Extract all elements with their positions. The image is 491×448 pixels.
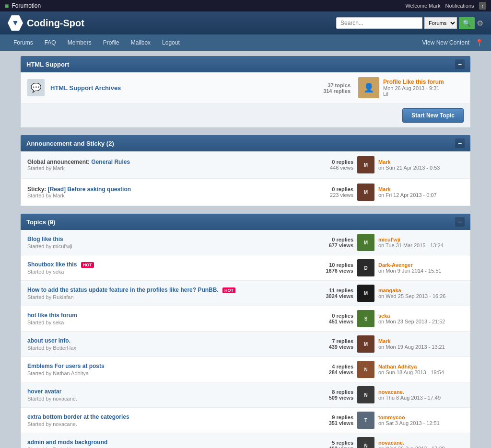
topic-replies-userinfo: 7 replies: [310, 338, 353, 344]
topic-title-hot[interactable]: hot like this forum: [27, 312, 77, 319]
topic-last-date-emblems: on Sun 18 Aug 2013 - 19:54: [378, 369, 444, 375]
nav-item-profile[interactable]: Profile: [97, 34, 125, 51]
announce-last-user-rules[interactable]: Mark: [378, 159, 440, 165]
nav-item-logout[interactable]: Logout: [156, 34, 186, 51]
upload-icon[interactable]: ↑: [479, 2, 487, 10]
topic-views-hover-avatar: 509 views: [310, 395, 353, 401]
logo[interactable]: ▼ Coding-Spot: [8, 15, 84, 31]
nav-right: View New Content 📍: [422, 39, 484, 46]
announce-last-date-sticky: on Fri 12 Apr 2013 - 0:07: [378, 192, 437, 198]
topic-views-userinfo: 439 views: [310, 344, 353, 350]
topic-stats-blog: 0 replies 677 views: [310, 237, 353, 248]
topics-section: Topics (9) − Blog like this Started by m…: [20, 213, 471, 448]
topic-last-info-admin-bg: novacane. on Wed 26 Jun 2013 - 17:28: [378, 440, 445, 448]
nav-item-faq[interactable]: FAQ: [39, 34, 62, 51]
notifications-link[interactable]: Notifications: [445, 3, 474, 9]
search-area: Forums 🔍 ⚙: [336, 17, 483, 29]
topic-replies-status: 11 replies: [310, 287, 353, 293]
nav-item-forums[interactable]: Forums: [8, 34, 39, 51]
topic-replies-admin-bg: 5 replies: [310, 440, 353, 446]
topic-avatar-admin-bg: N: [357, 437, 374, 448]
topic-last-user-status[interactable]: mangaka: [378, 287, 445, 293]
topic-row-border: extra bottom border at the categories St…: [21, 408, 470, 433]
view-new-content-link[interactable]: View New Content: [422, 39, 470, 46]
forum-archives-info: HTML Support Archives: [50, 84, 303, 92]
topics-collapse-btn[interactable]: −: [455, 217, 465, 227]
settings-icon[interactable]: ⚙: [477, 19, 483, 28]
topic-last-shoutbox: D Dark-Avenger on Mon 9 Jun 2014 - 15:51: [353, 259, 464, 276]
topic-title-shoutbox[interactable]: Shoutbox like this: [27, 261, 77, 268]
announce-views-sticky: 223 views: [330, 192, 353, 198]
topic-last-user-hover-avatar[interactable]: novacane.: [378, 389, 441, 395]
topic-by-status: Started by Rukiafan: [27, 294, 310, 300]
search-button[interactable]: 🔍: [459, 17, 475, 29]
announce-last-rules: M Mark on Sun 21 Apr 2013 - 0:53: [353, 156, 464, 173]
topic-title-status[interactable]: How to add the status update feature in …: [27, 287, 219, 293]
nav-item-members[interactable]: Members: [62, 34, 97, 51]
topic-last-info-blog: micul'wji on Tue 31 Mar 2015 - 13:24: [378, 237, 444, 248]
topic-last-user-admin-bg[interactable]: novacane.: [378, 440, 445, 446]
topic-main-userinfo: about user info. Started by BetterHax: [27, 337, 310, 351]
topic-title-blog[interactable]: Blog like this: [27, 236, 63, 242]
topic-stats-status: 11 replies 3024 views: [310, 287, 353, 299]
announce-stats-sticky: 0 replies 223 views: [310, 186, 353, 198]
announce-last-date-rules: on Sun 21 Apr 2013 - 0:53: [378, 165, 440, 171]
topic-last-user-border[interactable]: tommycoo: [378, 414, 440, 420]
announce-title-sticky[interactable]: [Read] Before asking question: [48, 186, 131, 193]
topic-stats-shoutbox: 10 replies 1676 views: [310, 262, 353, 274]
announcements-title: Announcement and Sticky (2): [26, 140, 114, 147]
announce-label-rules: Global announcement: General Rules: [27, 159, 310, 165]
announce-replies-rules: 0 replies: [310, 159, 353, 165]
logo-text: Coding-Spot: [27, 18, 84, 29]
topic-last-user-emblems[interactable]: Nathan Adhitya: [378, 364, 444, 369]
announce-title-rules[interactable]: General Rules: [91, 159, 130, 165]
header: ▼ Coding-Spot Forums 🔍 ⚙: [0, 11, 491, 34]
start-new-topic-button-1[interactable]: Start New Topic: [402, 108, 464, 123]
topic-row-admin-bg: admin and mods background Started by Bet…: [21, 433, 470, 448]
html-support-btn-area: Start New Topic: [21, 103, 470, 127]
search-scope-select[interactable]: Forums: [424, 17, 457, 29]
topic-last-info-border: tommycoo on Sat 3 Aug 2013 - 12:51: [378, 414, 440, 426]
topic-last-user-userinfo[interactable]: Mark: [378, 338, 445, 344]
topic-title-hover-avatar[interactable]: hover avatar: [27, 388, 61, 395]
top-bar: ■ Forumotion Welcome Mark Notifications …: [0, 0, 491, 11]
announcements-collapse-btn[interactable]: −: [455, 138, 465, 148]
welcome-text: Welcome Mark: [405, 3, 440, 9]
topic-last-info-hover-avatar: novacane. on Thu 8 Aug 2013 - 17:49: [378, 389, 441, 401]
announcements-section: Announcement and Sticky (2) − Global ann…: [20, 135, 471, 207]
topic-last-user-blog[interactable]: micul'wji: [378, 237, 444, 242]
forum-archives-title[interactable]: HTML Support Archives: [50, 84, 121, 92]
topic-title-admin-bg[interactable]: admin and mods background: [27, 439, 107, 446]
forum-archives-last-user[interactable]: Profile Like this forum: [383, 79, 444, 85]
topic-last-user-shoutbox[interactable]: Dark-Avenger: [378, 262, 441, 268]
topic-last-date-userinfo: on Mon 19 Aug 2013 - 13:21: [378, 344, 445, 350]
html-support-collapse-btn[interactable]: −: [455, 59, 465, 69]
announce-avatar-rules: M: [357, 156, 374, 173]
topic-last-user-hot[interactable]: seka: [378, 313, 445, 319]
topic-last-date-status: on Wed 25 Sep 2013 - 16:26: [378, 293, 445, 299]
topic-last-hover-avatar: N novacane. on Thu 8 Aug 2013 - 17:49: [353, 386, 464, 403]
topic-last-info-status: mangaka on Wed 25 Sep 2013 - 16:26: [378, 287, 445, 299]
topic-title-emblems[interactable]: Emblems For users at posts: [27, 363, 105, 369]
topic-stats-emblems: 4 replies 284 views: [310, 364, 353, 375]
nav-item-mailbox[interactable]: Mailbox: [125, 34, 156, 51]
forumotion-logo-icon: ■: [5, 2, 9, 10]
topic-avatar-hover-avatar: N: [357, 386, 374, 403]
topic-last-emblems: N Nathan Adhitya on Sun 18 Aug 2013 - 19…: [353, 361, 464, 378]
html-support-header: HTML Support −: [21, 56, 470, 72]
announce-label-sticky: Sticky: [Read] Before asking question: [27, 186, 310, 193]
forum-archives-stats: 37 topics 314 replies: [303, 82, 351, 94]
hot-badge-status: HOT: [222, 287, 235, 293]
topic-main-blog: Blog like this Started by micul'wji: [27, 236, 310, 249]
announce-row-sticky: Sticky: [Read] Before asking question St…: [21, 179, 470, 206]
topic-main-emblems: Emblems For users at posts Started by Na…: [27, 363, 310, 376]
announce-last-info-rules: Mark on Sun 21 Apr 2013 - 0:53: [378, 159, 440, 171]
topic-last-status: M mangaka on Wed 25 Sep 2013 - 16:26: [353, 285, 464, 302]
topic-title-border[interactable]: extra bottom border at the categories: [27, 414, 129, 420]
topic-main-hot: hot like this forum Started by seka: [27, 312, 310, 325]
topic-views-border: 351 views: [310, 420, 353, 426]
topic-title-userinfo[interactable]: about user info.: [27, 337, 70, 344]
topic-last-blog: M micul'wji on Tue 31 Mar 2015 - 13:24: [353, 234, 464, 251]
announce-last-user-sticky[interactable]: Mark: [378, 186, 437, 192]
search-input[interactable]: [336, 17, 422, 29]
